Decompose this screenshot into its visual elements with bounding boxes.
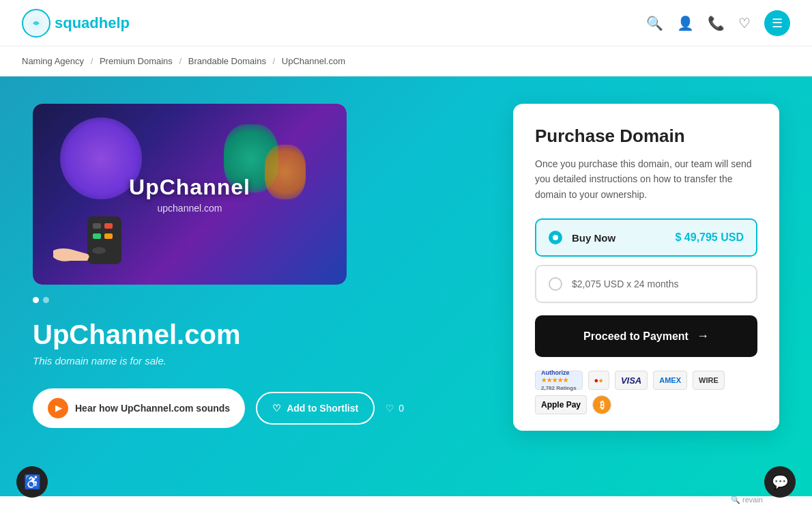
hear-button[interactable]: ▶ Hear how UpChannel.com sounds	[33, 388, 245, 428]
header: squadhelp 🔍 👤 📞 ♡ ☰	[0, 0, 812, 46]
bitcoin-badge: ₿	[592, 395, 611, 414]
accessibility-button[interactable]: ♿	[16, 466, 48, 496]
logo[interactable]: squadhelp	[22, 9, 130, 38]
svg-rect-2	[93, 223, 101, 229]
svg-point-6	[92, 247, 106, 254]
installments-label: $2,075 USD x 24 months	[572, 279, 678, 289]
shortlist-label: Add to Shortlist	[287, 403, 358, 414]
purchase-description: Once you purchase this domain, our team …	[535, 156, 757, 202]
hero-section: UpChannel upchannel.com UpChannel.com Th…	[0, 76, 812, 496]
arrow-icon: →	[697, 329, 709, 343]
carousel-dot-1[interactable]	[33, 297, 39, 303]
mastercard-badge: ●●	[588, 371, 609, 390]
domain-title: UpChannel.com	[33, 319, 415, 349]
favorites-icon[interactable]: ♡	[738, 15, 751, 31]
domain-image-title: UpChannel	[129, 175, 250, 200]
breadcrumb-naming-agency[interactable]: Naming Agency	[22, 56, 84, 66]
wire-badge: WIRE	[693, 371, 725, 390]
menu-icon[interactable]: ☰	[764, 10, 790, 36]
breadcrumb-sep-1: /	[91, 56, 93, 66]
domain-image-card: UpChannel upchannel.com	[33, 104, 347, 285]
likes-heart-icon: ♡	[386, 403, 394, 414]
likes-count: 0	[398, 403, 404, 414]
phone-icon[interactable]: 📞	[708, 15, 725, 31]
amex-badge: AMEX	[653, 371, 687, 390]
domain-subtitle: This domain name is for sale.	[33, 355, 415, 367]
purchase-title: Purchase Domain	[535, 126, 757, 147]
chat-button[interactable]: 💬	[764, 466, 796, 496]
buy-now-label: Buy Now	[572, 232, 665, 244]
installments-radio	[549, 277, 562, 291]
svg-rect-5	[104, 233, 113, 239]
accessibility-icon: ♿	[24, 474, 41, 490]
account-icon[interactable]: 👤	[677, 15, 694, 31]
domain-image-url: upchannel.com	[129, 203, 250, 214]
breadcrumb-sep-3: /	[273, 56, 276, 66]
likes-badge: ♡ 0	[386, 403, 404, 414]
hero-actions: ▶ Hear how UpChannel.com sounds ♡ Add to…	[33, 388, 415, 428]
proceed-payment-label: Proceed to Payment	[583, 330, 688, 343]
installments-option[interactable]: $2,075 USD x 24 months	[535, 265, 757, 303]
buy-now-price: $ 49,795 USD	[675, 231, 744, 244]
domain-name-overlay: UpChannel upchannel.com	[129, 175, 250, 214]
hero-left: UpChannel upchannel.com UpChannel.com Th…	[33, 104, 415, 428]
buy-now-radio	[549, 231, 562, 244]
visa-badge: VISA	[615, 371, 648, 390]
hear-button-label: Hear how UpChannel.com sounds	[75, 403, 230, 414]
breadcrumb-current: UpChannel.com	[282, 56, 345, 66]
search-icon[interactable]: 🔍	[646, 15, 663, 31]
svg-rect-4	[93, 233, 101, 239]
breadcrumb-sep-2: /	[179, 56, 182, 66]
blob3	[265, 145, 306, 199]
carousel-dot-2[interactable]	[43, 297, 49, 303]
authorize-badge: Authorize★★★★★2,782 Ratings	[535, 371, 583, 390]
proceed-payment-button[interactable]: Proceed to Payment →	[535, 315, 757, 357]
play-icon: ▶	[48, 398, 68, 418]
buy-now-option[interactable]: Buy Now $ 49,795 USD	[535, 218, 757, 257]
hand-remote-icon	[46, 210, 142, 271]
carousel-dots	[33, 297, 415, 303]
svg-rect-3	[104, 223, 113, 229]
header-icons: 🔍 👤 📞 ♡ ☰	[646, 10, 790, 36]
chat-icon: 💬	[772, 474, 789, 490]
logo-text: squadhelp	[55, 14, 130, 32]
payment-icons: Authorize★★★★★2,782 Ratings ●● VISA AMEX…	[535, 371, 757, 414]
breadcrumb: Naming Agency / Premium Domains / Branda…	[0, 46, 812, 76]
heart-icon: ♡	[272, 403, 281, 414]
breadcrumb-premium-domains[interactable]: Premium Domains	[100, 56, 173, 66]
shortlist-button[interactable]: ♡ Add to Shortlist	[256, 392, 375, 425]
apple-pay-badge: Apple Pay	[535, 395, 587, 414]
purchase-card: Purchase Domain Once you purchase this d…	[513, 104, 779, 431]
svg-rect-1	[87, 216, 121, 264]
breadcrumb-brandable-domains[interactable]: Brandable Domains	[188, 56, 266, 66]
revain-watermark: 🔍 revain	[731, 496, 763, 496]
hero-right: Purchase Domain Once you purchase this d…	[513, 104, 779, 431]
logo-icon	[22, 9, 50, 38]
